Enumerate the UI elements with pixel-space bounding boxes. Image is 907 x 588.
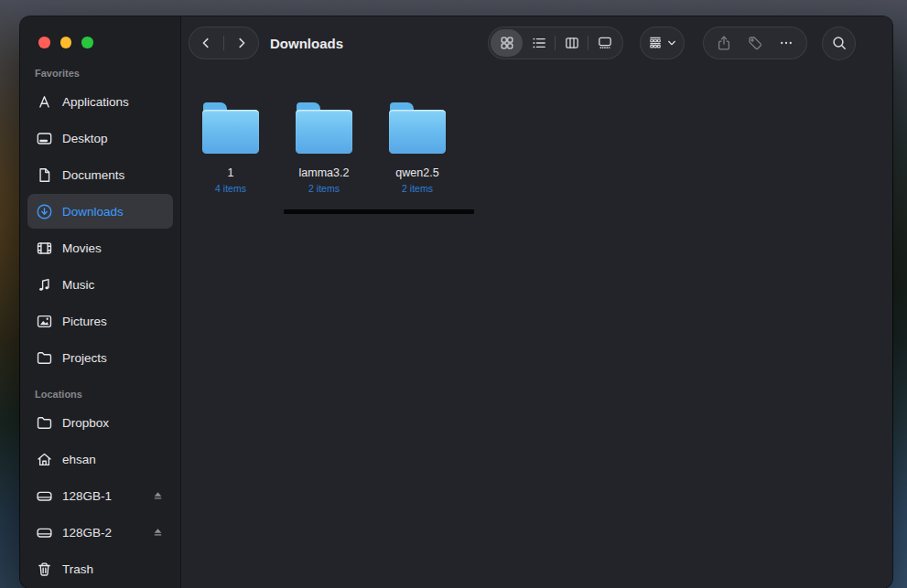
sidebar-item-ehsan[interactable]: ehsan xyxy=(27,442,173,476)
trash-icon xyxy=(36,561,53,578)
sidebar-item-downloads[interactable]: Downloads xyxy=(27,194,173,229)
folder-name: 1 xyxy=(228,166,234,179)
eject-button[interactable] xyxy=(151,489,165,503)
close-button[interactable] xyxy=(38,37,50,48)
finder-window: FavoritesApplicationsDesktopDocumentsDow… xyxy=(20,16,892,588)
music-note-icon xyxy=(36,276,53,294)
folder-icon xyxy=(202,102,259,154)
forward-button[interactable] xyxy=(224,27,259,59)
tag-icon xyxy=(747,35,763,51)
share-icon xyxy=(716,35,732,51)
sidebar-item-label: ehsan xyxy=(62,453,96,466)
desktop-icon xyxy=(36,130,53,147)
sidebar-item-desktop[interactable]: Desktop xyxy=(27,121,173,155)
sidebar-item-label: 128GB-1 xyxy=(62,489,112,503)
sidebar-item-label: Desktop xyxy=(62,132,108,145)
traffic-lights xyxy=(20,16,180,65)
chevron-left-icon xyxy=(198,35,214,51)
folder-item-lamma3-2[interactable]: lamma3.22 items xyxy=(280,102,368,194)
folder-icon xyxy=(36,414,53,432)
photo-icon xyxy=(36,313,53,330)
sidebar-item-projects[interactable]: Projects xyxy=(27,340,173,375)
list-view-button[interactable] xyxy=(523,29,555,57)
sidebar-item-label: Music xyxy=(62,278,94,292)
view-switcher xyxy=(488,27,623,59)
folder-item-count: 2 items xyxy=(402,183,433,194)
chevron-down-icon xyxy=(666,37,677,48)
actions-cluster xyxy=(703,27,807,59)
folder-item-qwen2-5[interactable]: qwen2.52 items xyxy=(373,102,461,194)
sidebar-item-applications[interactable]: Applications xyxy=(27,84,173,119)
icon-view-button[interactable] xyxy=(491,29,523,57)
sidebar-item-documents[interactable]: Documents xyxy=(27,157,173,192)
search-button[interactable] xyxy=(822,27,856,60)
sidebar-item-label: 128GB-2 xyxy=(62,526,112,540)
page-title: Downloads xyxy=(270,36,343,51)
sidebar-item-label: Documents xyxy=(62,168,124,182)
applications-icon xyxy=(36,93,53,111)
folder-icon xyxy=(389,102,446,154)
drive-icon xyxy=(36,487,53,505)
eject-button[interactable] xyxy=(151,526,165,540)
sidebar-item-label: Pictures xyxy=(62,315,107,328)
group-by-button[interactable] xyxy=(640,27,685,59)
tags-button[interactable] xyxy=(740,29,771,57)
folder-icon xyxy=(296,102,352,154)
search-icon xyxy=(831,35,848,51)
drive-icon xyxy=(36,524,53,541)
columns-view-icon xyxy=(564,35,580,51)
sidebar-item-128gb-1[interactable]: 128GB-1 xyxy=(27,478,173,513)
column-view-button[interactable] xyxy=(556,29,588,57)
group-icon xyxy=(647,35,664,51)
ellipsis-icon xyxy=(778,35,794,51)
sidebar-item-dropbox[interactable]: Dropbox xyxy=(27,405,173,440)
toolbar: Downloads xyxy=(181,16,892,69)
share-button[interactable] xyxy=(708,29,740,57)
folder-icon xyxy=(36,349,53,367)
sidebar-item-label: Downloads xyxy=(62,205,124,219)
folder-name: qwen2.5 xyxy=(395,166,438,179)
folder-item-1[interactable]: 14 items xyxy=(187,102,275,194)
chevron-right-icon xyxy=(233,35,250,51)
folder-item-count: 4 items xyxy=(215,183,246,194)
folder-name: lamma3.2 xyxy=(299,166,350,179)
sidebar-item-label: Trash xyxy=(62,562,93,576)
folder-item-count: 2 items xyxy=(308,183,340,194)
sidebar-item-128gb-2[interactable]: 128GB-2 xyxy=(27,515,173,550)
grid-view-icon xyxy=(499,35,515,51)
selection-underline-bar xyxy=(284,209,474,214)
sidebar-item-movies[interactable]: Movies xyxy=(27,230,173,265)
sidebar-section-label: Favorites xyxy=(35,67,180,80)
sidebar-item-label: Movies xyxy=(62,241,102,255)
sidebar-item-trash[interactable]: Trash xyxy=(27,551,173,586)
back-button[interactable] xyxy=(189,27,223,59)
minimize-button[interactable] xyxy=(60,37,72,48)
sidebar-item-pictures[interactable]: Pictures xyxy=(27,304,173,338)
sidebar: FavoritesApplicationsDesktopDocumentsDow… xyxy=(20,16,181,588)
film-icon xyxy=(36,240,53,257)
gallery-view-icon xyxy=(597,35,613,51)
sidebar-item-music[interactable]: Music xyxy=(27,267,173,302)
sidebar-section-label: Locations xyxy=(35,388,180,401)
nav-pill xyxy=(189,27,259,59)
list-view-icon xyxy=(531,35,547,51)
sidebar-item-label: Applications xyxy=(62,95,129,109)
zoom-button[interactable] xyxy=(81,37,93,48)
sidebar-item-label: Projects xyxy=(62,351,107,365)
more-button[interactable] xyxy=(771,29,802,57)
main-pane: Downloads 14 itemslamma3.22 itemsqwen2.5… xyxy=(181,16,892,588)
download-circle-icon xyxy=(36,203,53,220)
document-icon xyxy=(36,166,53,184)
home-icon xyxy=(36,451,53,468)
sidebar-item-label: Dropbox xyxy=(62,416,109,430)
gallery-view-button[interactable] xyxy=(588,29,621,57)
folder-content-area: 14 itemslamma3.22 itemsqwen2.52 items xyxy=(181,69,892,588)
